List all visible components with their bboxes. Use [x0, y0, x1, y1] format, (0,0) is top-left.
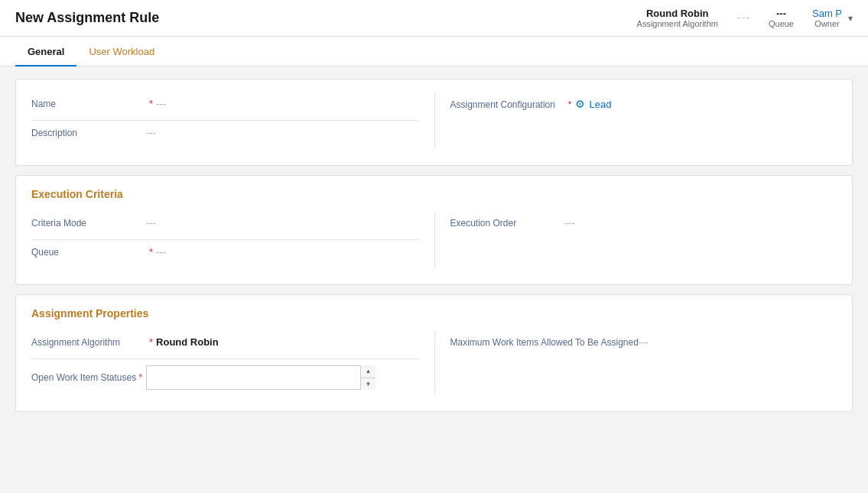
owner-meta: Sam P Owner ▾: [812, 8, 853, 28]
open-work-required: *: [139, 372, 143, 383]
page-wrapper: New Assignment Rule Round Robin Assignme…: [0, 0, 868, 493]
queue-label: Queue: [769, 19, 794, 28]
assignment-properties-title: Assignment Properties: [31, 307, 837, 319]
open-work-label: Open Work Item Statuses *: [31, 372, 146, 383]
execution-left-col: Criteria Mode --- Queue * ---: [31, 211, 434, 269]
assignment-config-label: Assignment Configuration: [450, 99, 565, 110]
criteria-mode-field: Criteria Mode ---: [31, 211, 419, 240]
open-work-select-wrapper[interactable]: ▲ ▼: [146, 365, 375, 390]
general-fields-card: Name * --- Description --- Assignment Co…: [15, 79, 853, 166]
algorithm-label: Assignment Algorithm: [637, 19, 718, 28]
execution-right-col: Execution Order ---: [434, 211, 837, 269]
queue-field: Queue * ---: [31, 240, 419, 269]
person-icon: ⚙: [575, 98, 585, 110]
assignment-config-field: Assignment Configuration * ⚙ Lead: [450, 92, 837, 121]
queue-label: Queue: [31, 247, 146, 258]
top-header: New Assignment Rule Round Robin Assignme…: [0, 0, 868, 37]
queue-meta: --- Queue: [769, 8, 794, 28]
owner-value[interactable]: Sam P: [812, 8, 842, 19]
header-meta-group: Round Robin Assignment Algorithm --- ---…: [637, 8, 853, 28]
select-arrows: ▲ ▼: [360, 365, 375, 390]
criteria-mode-label: Criteria Mode: [31, 218, 146, 229]
assignment-properties-right-col: Maximum Work Items Allowed To Be Assigne…: [434, 330, 837, 396]
name-field: Name * ---: [31, 92, 419, 121]
max-work-field: Maximum Work Items Allowed To Be Assigne…: [450, 330, 837, 359]
tab-general[interactable]: General: [15, 37, 76, 66]
assignment-algorithm-required: *: [149, 336, 153, 348]
open-work-field: Open Work Item Statuses * ▲ ▼: [31, 359, 419, 396]
assignment-properties-card: Assignment Properties Assignment Algorit…: [15, 294, 853, 412]
description-label: Description: [31, 128, 146, 138]
general-right-col: Assignment Configuration * ⚙ Lead: [434, 92, 837, 150]
general-form-grid: Name * --- Description --- Assignment Co…: [31, 92, 837, 150]
header-right: Round Robin Assignment Algorithm --- ---…: [637, 8, 853, 28]
execution-order-label: Execution Order: [450, 218, 565, 229]
assignment-config-value[interactable]: ⚙ Lead: [575, 98, 612, 110]
general-left-col: Name * --- Description ---: [31, 92, 434, 150]
page-title: New Assignment Rule: [15, 10, 159, 26]
assignment-algorithm-field: Assignment Algorithm * Round Robin: [31, 330, 419, 359]
queue-value: ---: [156, 246, 166, 258]
criteria-mode-value: ---: [146, 217, 156, 229]
execution-criteria-card: Execution Criteria Criteria Mode --- Que…: [15, 175, 853, 285]
select-arrow-up-button[interactable]: ▲: [361, 365, 375, 378]
description-field: Description ---: [31, 121, 419, 150]
execution-order-value: ---: [565, 217, 575, 229]
queue-required: *: [149, 246, 153, 258]
assignment-config-required: *: [568, 99, 572, 110]
name-required: *: [149, 98, 153, 109]
assignment-properties-left-col: Assignment Algorithm * Round Robin Open …: [31, 330, 434, 396]
description-value: ---: [146, 127, 156, 138]
execution-criteria-title: Execution Criteria: [31, 188, 837, 200]
algorithm-meta: Round Robin Assignment Algorithm: [637, 8, 718, 28]
owner-chevron-icon[interactable]: ▾: [848, 13, 853, 24]
select-arrow-down-button[interactable]: ▼: [361, 378, 375, 391]
assignment-properties-grid: Assignment Algorithm * Round Robin Open …: [31, 330, 837, 396]
open-work-input[interactable]: [146, 365, 375, 390]
owner-label: Owner: [812, 19, 842, 28]
execution-order-field: Execution Order ---: [450, 211, 837, 240]
max-work-label: Maximum Work Items Allowed To Be Assigne…: [450, 337, 639, 348]
max-work-value: ---: [639, 336, 649, 348]
tabs-bar: General User Workload: [0, 37, 868, 66]
assignment-algorithm-value: Round Robin: [156, 336, 219, 348]
header-divider-1: ---: [736, 10, 750, 26]
assignment-algorithm-label: Assignment Algorithm: [31, 337, 146, 348]
tab-user-workload[interactable]: User Workload: [76, 37, 167, 66]
name-value: ---: [156, 98, 166, 109]
execution-criteria-grid: Criteria Mode --- Queue * --- Execution …: [31, 211, 837, 269]
content-area: Name * --- Description --- Assignment Co…: [0, 66, 868, 424]
algorithm-value: Round Robin: [646, 8, 709, 19]
name-label: Name: [31, 99, 146, 109]
queue-value: ---: [776, 8, 786, 19]
